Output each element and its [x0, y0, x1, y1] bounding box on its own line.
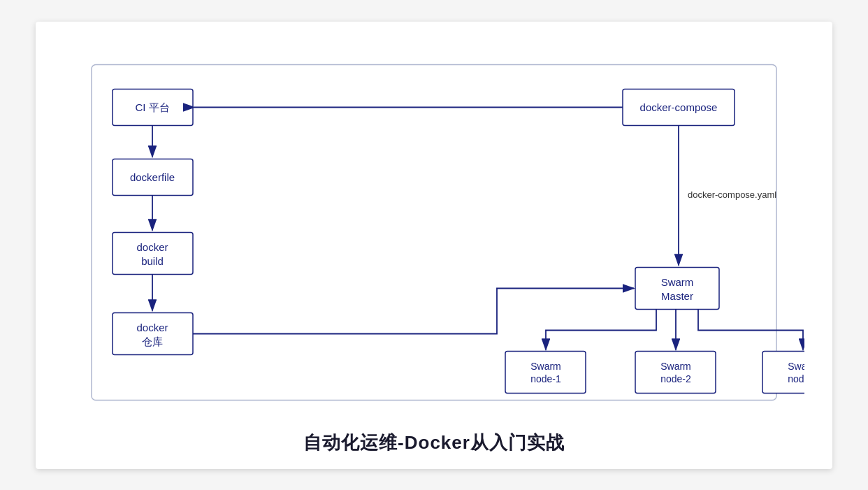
swarm-node2-box — [635, 351, 716, 393]
docker-compose-label: docker-compose — [640, 101, 718, 113]
slide-container: CI 平台 dockerfile docker build docker 仓库 … — [36, 22, 832, 469]
swarm-node1-box — [505, 351, 586, 393]
swarm-master-label1: Swarm — [661, 275, 694, 287]
diagram-area: CI 平台 dockerfile docker build docker 仓库 … — [64, 43, 804, 422]
arrow-repo-to-swarm-master — [193, 288, 634, 333]
swarm-node2-label1: Swarm — [660, 360, 691, 371]
swarm-node2-label2: node-2 — [660, 373, 691, 384]
docker-repo-box — [113, 312, 193, 354]
docker-repo-label2: 仓库 — [142, 335, 163, 347]
docker-build-label1: docker — [136, 240, 168, 252]
swarm-node3-label1: Swarm — [788, 360, 804, 371]
swarm-master-box — [635, 267, 719, 309]
swarm-node1-label1: Swarm — [530, 360, 561, 371]
swarm-node3-box — [762, 351, 804, 393]
dockerfile-label: dockerfile — [130, 171, 175, 182]
swarm-master-label2: Master — [661, 289, 693, 301]
arrow-master-to-node1 — [546, 309, 656, 350]
docker-build-box — [113, 232, 193, 274]
docker-build-label2: build — [141, 254, 164, 266]
swarm-node3-label2: node-3 — [788, 373, 804, 384]
arrow-master-to-node3 — [698, 309, 803, 350]
docker-repo-label1: docker — [136, 321, 168, 333]
diagram-svg: CI 平台 dockerfile docker build docker 仓库 … — [64, 43, 804, 422]
ci-platform-label: CI 平台 — [135, 101, 169, 113]
swarm-node1-label2: node-1 — [530, 373, 561, 384]
compose-yaml-label: docker-compose.yaml — [688, 189, 776, 199]
slide-title: 自动化运维-Docker从入门实战 — [303, 431, 565, 455]
